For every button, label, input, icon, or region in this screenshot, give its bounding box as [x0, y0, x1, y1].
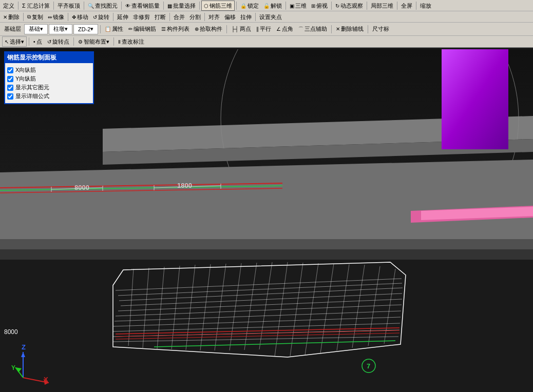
toolbar-stretch[interactable]: 拉伸: [238, 12, 254, 22]
sep5: [163, 2, 164, 10]
dim-8000: 8000: [74, 184, 89, 191]
sep14: [68, 13, 68, 21]
label-show-other: 显示其它图元: [15, 84, 49, 91]
toolbar-offset[interactable]: 偏移: [222, 12, 238, 22]
toolbar-area: 定义 Σ 汇总计算 平齐板顶 🔍查找图元 👁查看钢筋量 ▦批量选择 ⬡钢筋三维 …: [0, 0, 533, 48]
toolbar-parallel[interactable]: ∥平行: [254, 24, 273, 34]
panel-item-show-formula[interactable]: 显示详细公式: [7, 92, 91, 100]
toolbar-zoom[interactable]: 缩放: [418, 1, 433, 11]
toolbar-change-anno[interactable]: Ⅱ查改标注: [116, 36, 146, 47]
toolbar-3d[interactable]: ▣三维: [288, 1, 309, 11]
checkbox-x-rebar[interactable]: [7, 67, 13, 73]
sep6: [199, 2, 200, 10]
sep17: [204, 13, 205, 21]
toolbar-rotate[interactable]: ↺旋转: [91, 12, 111, 22]
panel-title: 钢筋显示控制面板: [5, 52, 93, 63]
toolbar-find[interactable]: 🔍查找图元: [86, 1, 120, 11]
toolbar-del-aux[interactable]: ✕删除辅线: [334, 24, 366, 34]
sep9: [331, 2, 332, 10]
sep12: [416, 2, 416, 10]
toolbar-setgrip[interactable]: 设置夹点: [257, 12, 284, 22]
toolbar-align[interactable]: 对齐: [206, 12, 222, 22]
sep20: [226, 25, 227, 33]
toolbar-flatplate[interactable]: 平齐板顶: [55, 1, 82, 11]
toolbar-pointangle[interactable]: ∠点角: [274, 24, 295, 34]
toolbar-delete[interactable]: ✕删除: [1, 12, 22, 22]
label-y-rebar: Y向纵筋: [15, 75, 36, 83]
toolbar-twopoints[interactable]: ├┤两点: [229, 24, 253, 34]
sep22: [368, 25, 368, 33]
toolbar-row-4: ↖选择▾ •点 ↺旋转点 ⚙智能布置▾ Ⅱ查改标注: [0, 36, 533, 47]
sep7: [236, 2, 237, 10]
label-x-rebar: X向纵筋: [15, 66, 36, 74]
sep23: [29, 37, 29, 46]
toolbar-row-3: 基础层 基础▾ 柱墩▾ ZD-2▾ 📋属性 ✏编辑钢筋 ☰构件列表 ⊕拾取构件 …: [0, 23, 533, 36]
toolbar-row-2: ✕删除 ⧉复制 ⇔镜像 ✥移动 ↺旋转 延伸 非修剪 打断 合并 分割 对齐 偏…: [0, 11, 533, 23]
toolbar-lock[interactable]: 🔒锁定: [238, 1, 261, 11]
toolbar-fullscreen[interactable]: 全屏: [399, 1, 414, 11]
toolbar-batch[interactable]: ▦批量选择: [165, 1, 198, 11]
sep18: [255, 13, 256, 21]
toolbar-merge[interactable]: 合并: [172, 12, 187, 22]
toolbar-edit-rebar[interactable]: ✏编辑钢筋: [126, 24, 158, 34]
checkbox-y-rebar[interactable]: [7, 76, 13, 82]
panel-item-y-rebar[interactable]: Y向纵筋: [7, 75, 91, 83]
toolbar-topview[interactable]: ⊞俯视: [309, 1, 330, 11]
toolbar-dim[interactable]: 尺寸标: [370, 24, 391, 34]
element-id-dropdown[interactable]: ZD-2▾: [73, 24, 98, 34]
toolbar-rotatepoint[interactable]: ↺旋转点: [45, 36, 71, 47]
toolbar-break[interactable]: 打断: [153, 12, 168, 22]
panel-item-x-rebar[interactable]: X向纵筋: [7, 66, 91, 74]
sep24: [73, 37, 74, 46]
toolbar-move[interactable]: ✥移动: [70, 12, 90, 22]
sep10: [367, 2, 367, 10]
toolbar-copy[interactable]: ⧉复制: [25, 12, 45, 22]
sep4: [121, 2, 122, 10]
sep25: [113, 37, 114, 46]
toolbar-mirror[interactable]: ⇔镜像: [46, 12, 66, 22]
toolbar-pick[interactable]: ⊕拾取构件: [193, 24, 224, 34]
sep2: [53, 2, 54, 10]
toolbar-unlock[interactable]: 🔓解锁: [261, 1, 284, 11]
toolbar-rebar3d[interactable]: ⬡钢筋三维: [201, 1, 235, 11]
toolbar-props[interactable]: 📋属性: [103, 24, 125, 34]
panel-item-show-other[interactable]: 显示其它图元: [7, 84, 91, 91]
toolbar-extend[interactable]: 延伸: [115, 12, 130, 22]
checkbox-show-other[interactable]: [7, 85, 13, 91]
panel-body: X向纵筋 Y向纵筋 显示其它图元 显示详细公式: [5, 63, 93, 103]
element-type-dropdown[interactable]: 柱墩▾: [49, 24, 72, 34]
toolbar-view-rebar[interactable]: 👁查看钢筋量: [123, 1, 162, 11]
toolbar-calc[interactable]: Σ 汇总计算: [20, 1, 52, 11]
toolbar-point[interactable]: •点: [31, 36, 44, 47]
toolbar-define[interactable]: 定义: [1, 1, 16, 11]
sep13: [23, 13, 24, 21]
sep1: [18, 2, 18, 10]
sep16: [169, 13, 170, 21]
sep3: [84, 2, 84, 10]
toolbar-split[interactable]: 分割: [187, 12, 203, 22]
toolbar-notrim[interactable]: 非修剪: [131, 12, 152, 22]
toolbar-local3d[interactable]: 局部三维: [369, 1, 395, 11]
sep11: [397, 2, 397, 10]
sep8: [285, 2, 286, 10]
toolbar-smart-place[interactable]: ⚙智能布置▾: [76, 36, 111, 47]
layer-label: 基础层: [2, 24, 23, 34]
sep15: [113, 13, 113, 21]
toolbar-select[interactable]: ↖选择▾: [2, 36, 27, 47]
dim-1800: 1800: [177, 182, 192, 189]
layer-type-dropdown[interactable]: 基础▾: [24, 24, 48, 34]
toolbar-threepoints[interactable]: ⌒三点辅助: [296, 24, 329, 34]
rebar-display-panel: 钢筋显示控制面板 X向纵筋 Y向纵筋 显示其它图元 显示详细公式: [4, 51, 94, 104]
sep19: [100, 25, 101, 33]
toolbar-dynamic[interactable]: ↻动态观察: [333, 1, 365, 11]
sep21: [331, 25, 332, 33]
checkbox-show-formula[interactable]: [7, 93, 13, 100]
label-show-formula: 显示详细公式: [15, 92, 49, 100]
toolbar-row-1: 定义 Σ 汇总计算 平齐板顶 🔍查找图元 👁查看钢筋量 ▦批量选择 ⬡钢筋三维 …: [0, 0, 533, 11]
toolbar-part-list[interactable]: ☰构件列表: [159, 24, 192, 34]
